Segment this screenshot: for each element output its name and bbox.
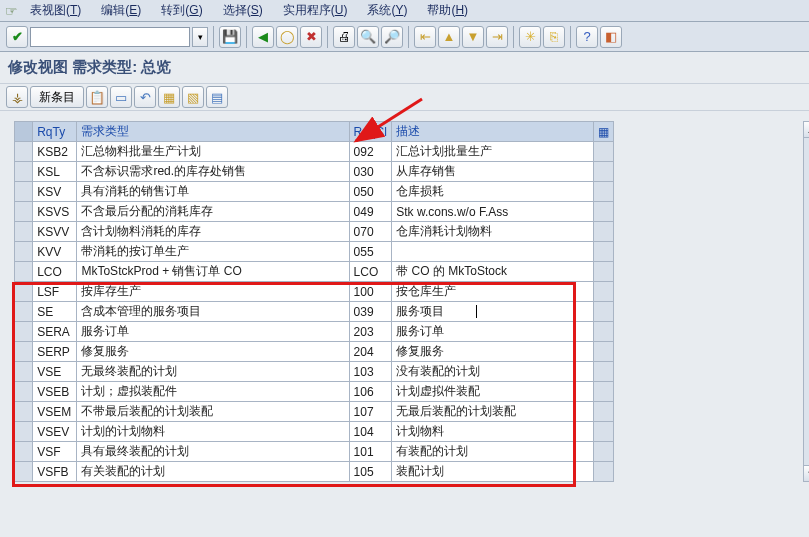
table-row[interactable]: VSEM不带最后装配的计划装配107无最后装配的计划装配 [15, 402, 614, 422]
row-selector[interactable] [15, 202, 33, 222]
select-header[interactable] [15, 122, 33, 142]
cell-desc[interactable] [392, 242, 594, 262]
column-rqty[interactable]: RqTy [33, 122, 77, 142]
cell-rqty[interactable]: VSEV [33, 422, 77, 442]
cell-reqcl[interactable]: LCO [349, 262, 392, 282]
table-row[interactable]: VSF具有最终装配的计划101有装配的计划 [15, 442, 614, 462]
cell-reqcl[interactable]: 100 [349, 282, 392, 302]
cell-reqcl[interactable]: 039 [349, 302, 392, 322]
row-selector[interactable] [15, 422, 33, 442]
save-icon[interactable]: 💾 [219, 26, 241, 48]
cell-reqcl[interactable]: 030 [349, 162, 392, 182]
cell-rqty[interactable]: KVV [33, 242, 77, 262]
table-row[interactable]: KSVV含计划物料消耗的库存070仓库消耗计划物料 [15, 222, 614, 242]
menu-item[interactable]: 帮助(H) [417, 0, 478, 21]
cell-reqcl[interactable]: 104 [349, 422, 392, 442]
cell-reqcl[interactable]: 101 [349, 442, 392, 462]
cell-desc[interactable]: 计划虚拟件装配 [392, 382, 594, 402]
exit-icon[interactable]: ◯ [276, 26, 298, 48]
expand-button[interactable]: ⚶ [6, 86, 28, 108]
cell-rqty[interactable]: SERP [33, 342, 77, 362]
back-icon[interactable]: ◀ [252, 26, 274, 48]
cell-desc[interactable]: 有装配的计划 [392, 442, 594, 462]
command-field[interactable] [30, 27, 190, 47]
cell-reqcl[interactable]: 105 [349, 462, 392, 482]
cell-desc[interactable]: 从库存销售 [392, 162, 594, 182]
scroll-up-icon[interactable]: ▲ [804, 122, 809, 138]
row-selector[interactable] [15, 362, 33, 382]
cell-desc[interactable]: 仓库损耗 [392, 182, 594, 202]
table-row[interactable]: SERP修复服务204修复服务 [15, 342, 614, 362]
print-icon[interactable]: 🖨 [333, 26, 355, 48]
cell-reqcl[interactable]: 055 [349, 242, 392, 262]
row-selector[interactable] [15, 262, 33, 282]
table-row[interactable]: VSEB计划；虚拟装配件106计划虚拟件装配 [15, 382, 614, 402]
table-row[interactable]: KSVS不含最后分配的消耗库存049Stk w.cons.w/o F.Ass [15, 202, 614, 222]
cell-rqty[interactable]: VSEM [33, 402, 77, 422]
row-selector[interactable] [15, 322, 33, 342]
cell-rqty[interactable]: VSF [33, 442, 77, 462]
table-row[interactable]: VSFB有关装配的计划105装配计划 [15, 462, 614, 482]
cell-desc[interactable]: 按仓库生产 [392, 282, 594, 302]
cell-reqcl[interactable]: 106 [349, 382, 392, 402]
scroll-down-icon[interactable]: ▼ [804, 465, 809, 481]
cell-type[interactable]: 不含标识需求red.的库存处销售 [77, 162, 349, 182]
column-type[interactable]: 需求类型 [77, 122, 349, 142]
local-layout-icon[interactable]: ◧ [600, 26, 622, 48]
table-row[interactable]: SERA服务订单203服务订单 [15, 322, 614, 342]
shortcut-icon[interactable]: ⎘ [543, 26, 565, 48]
help-icon[interactable]: ? [576, 26, 598, 48]
row-selector[interactable] [15, 382, 33, 402]
cell-reqcl[interactable]: 103 [349, 362, 392, 382]
row-selector[interactable] [15, 182, 33, 202]
cell-type[interactable]: 含成本管理的服务项目 [77, 302, 349, 322]
cell-desc[interactable]: Stk w.cons.w/o F.Ass [392, 202, 594, 222]
cell-rqty[interactable]: KSVV [33, 222, 77, 242]
cell-rqty[interactable]: KSVS [33, 202, 77, 222]
row-selector[interactable] [15, 342, 33, 362]
cell-desc[interactable]: 汇总计划批量生产 [392, 142, 594, 162]
cell-reqcl[interactable]: 050 [349, 182, 392, 202]
cell-type[interactable]: 服务订单 [77, 322, 349, 342]
row-selector[interactable] [15, 222, 33, 242]
row-selector[interactable] [15, 302, 33, 322]
column-desc[interactable]: 描述 [392, 122, 594, 142]
cell-rqty[interactable]: KSL [33, 162, 77, 182]
delete-icon[interactable]: ▭ [110, 86, 132, 108]
cell-desc[interactable]: 服务项目 [392, 302, 594, 322]
system-menu-icon[interactable]: ☞ [2, 3, 20, 19]
vertical-scrollbar[interactable]: ▲ ▼ [803, 121, 809, 482]
table-row[interactable]: KSL不含标识需求red.的库存处销售030从库存销售 [15, 162, 614, 182]
cell-type[interactable]: 无最终装配的计划 [77, 362, 349, 382]
row-selector[interactable] [15, 442, 33, 462]
enter-button[interactable]: ✔ [6, 26, 28, 48]
cell-desc[interactable]: 服务订单 [392, 322, 594, 342]
findnext-icon[interactable]: 🔎 [381, 26, 403, 48]
cell-rqty[interactable]: VSE [33, 362, 77, 382]
cell-reqcl[interactable]: 203 [349, 322, 392, 342]
cell-desc[interactable]: 带 CO 的 MkToStock [392, 262, 594, 282]
first-page-icon[interactable]: ⇤ [414, 26, 436, 48]
table-config-icon[interactable]: ▦ [593, 122, 613, 142]
cell-reqcl[interactable]: 107 [349, 402, 392, 422]
new-session-icon[interactable]: ✳ [519, 26, 541, 48]
cell-type[interactable]: 汇总物料批量生产计划 [77, 142, 349, 162]
menu-item[interactable]: 选择(S) [213, 0, 273, 21]
table-row[interactable]: VSEV计划的计划物料104计划物料 [15, 422, 614, 442]
row-selector[interactable] [15, 282, 33, 302]
cell-type[interactable]: MkToStckProd + 销售订单 CO [77, 262, 349, 282]
cell-desc[interactable]: 仓库消耗计划物料 [392, 222, 594, 242]
cell-rqty[interactable]: KSV [33, 182, 77, 202]
cell-rqty[interactable]: SE [33, 302, 77, 322]
row-selector[interactable] [15, 242, 33, 262]
menu-item[interactable]: 表视图(T) [20, 0, 91, 21]
cell-desc[interactable]: 没有装配的计划 [392, 362, 594, 382]
cell-reqcl[interactable]: 070 [349, 222, 392, 242]
cell-type[interactable]: 不带最后装配的计划装配 [77, 402, 349, 422]
last-page-icon[interactable]: ⇥ [486, 26, 508, 48]
cell-reqcl[interactable]: 049 [349, 202, 392, 222]
menu-item[interactable]: 转到(G) [151, 0, 212, 21]
table-row[interactable]: KSB2汇总物料批量生产计划092汇总计划批量生产 [15, 142, 614, 162]
cell-type[interactable]: 具有消耗的销售订单 [77, 182, 349, 202]
next-page-icon[interactable]: ▼ [462, 26, 484, 48]
